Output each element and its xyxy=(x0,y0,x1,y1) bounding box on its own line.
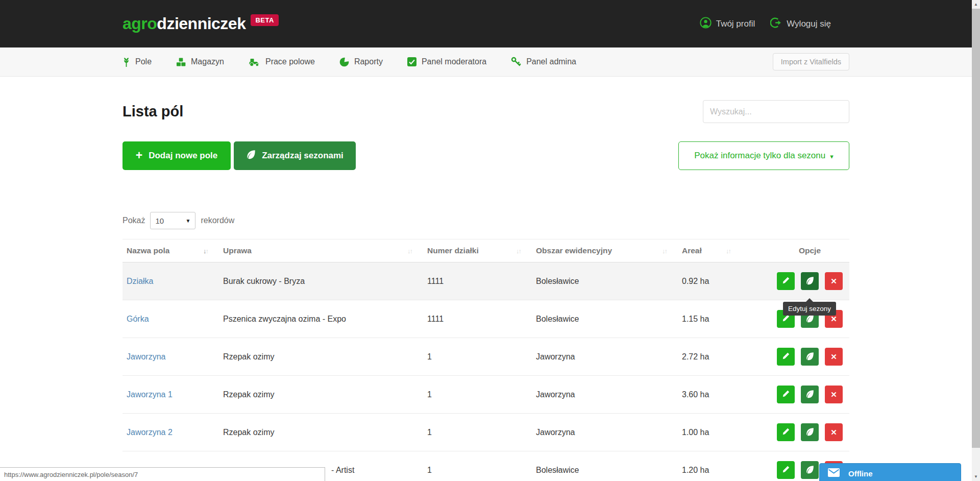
table-row: Jaworzyna Rzepak ozimy 1 Jaworzyna 2.72 … xyxy=(122,338,849,376)
field-name-link[interactable]: Górka xyxy=(127,315,149,323)
person-circle-icon xyxy=(700,17,712,31)
envelope-icon xyxy=(828,468,840,479)
browser-status-bar: https://www.agrodzienniczek.pl/pole/seas… xyxy=(0,467,325,481)
nav-item-pole[interactable]: Pole xyxy=(122,57,152,67)
table-row: Jaworzyna 2 Rzepak ozimy 1 Jaworzyna 1.0… xyxy=(122,414,849,451)
nav-item-label: Raporty xyxy=(354,57,383,66)
edit-field-button[interactable] xyxy=(777,423,795,441)
area-cell: 3.60 ha xyxy=(678,390,742,399)
nav-item-panel-moderatora[interactable]: Panel moderatora xyxy=(407,57,486,66)
key-icon xyxy=(511,57,521,67)
field-name-link[interactable]: Jaworzyna xyxy=(127,352,165,361)
column-header-label: Nazwa pola xyxy=(127,246,169,255)
top-header: agrodzienniczek BETA Twój profil Wyloguj… xyxy=(0,0,972,47)
delete-field-button[interactable]: ✕ xyxy=(825,348,843,366)
edit-seasons-button[interactable] xyxy=(801,386,819,403)
nav-item-raporty[interactable]: Raporty xyxy=(339,57,383,67)
nav-item-prace-polowe[interactable]: Prace polowe xyxy=(249,57,315,67)
delete-field-button[interactable]: ✕ xyxy=(825,272,843,290)
edit-seasons-button[interactable] xyxy=(801,423,819,441)
logo[interactable]: agrodzienniczek BETA xyxy=(122,14,279,33)
sort-icon: ↓↑ xyxy=(407,247,423,255)
logout-link[interactable]: Wyloguj się xyxy=(770,17,831,31)
pencil-icon xyxy=(782,465,790,475)
nav-item-panel-admina[interactable]: Panel admina xyxy=(511,57,576,67)
field-name-link[interactable]: Jaworzyna 1 xyxy=(127,390,173,399)
edit-field-button[interactable] xyxy=(777,272,795,290)
column-header-label: Uprawa xyxy=(223,246,252,255)
edit-field-button[interactable] xyxy=(777,461,795,479)
logo-text-white: dzienniczek xyxy=(157,14,246,33)
table-row: Działka Burak cukrowy - Bryza 1111 Boles… xyxy=(122,262,849,300)
plot-number-cell: 1 xyxy=(423,352,532,362)
column-header-label: Opcje xyxy=(799,246,821,255)
column-header-areal[interactable]: Areał ↓↑ xyxy=(678,246,742,255)
column-header-nazwa-pola[interactable]: Nazwa pola ↓↑ xyxy=(122,246,219,255)
delete-field-button[interactable]: ✕ xyxy=(825,423,843,441)
leaf-icon xyxy=(805,352,814,362)
profile-link[interactable]: Twój profil xyxy=(700,17,755,31)
records-per-page-value: 10 xyxy=(155,217,164,225)
manage-seasons-button[interactable]: Zarządzaj sezonami xyxy=(234,141,356,170)
field-name-link[interactable]: Działka xyxy=(127,277,153,285)
edit-field-button[interactable] xyxy=(777,348,795,366)
logout-icon xyxy=(770,17,782,31)
scrollbar-up-arrow[interactable]: ▲ xyxy=(972,0,980,9)
search-input[interactable] xyxy=(703,100,849,123)
field-name-link[interactable]: Jaworzyna 2 xyxy=(127,428,173,437)
close-icon: ✕ xyxy=(830,428,837,437)
district-cell: Jaworzyna xyxy=(532,390,678,399)
beta-badge: BETA xyxy=(251,14,278,26)
vertical-scrollbar: ▲ ▼ xyxy=(972,0,980,481)
area-cell: 1.20 ha xyxy=(678,466,742,475)
warehouse-boxes-icon xyxy=(176,57,186,67)
profile-link-label: Twój profil xyxy=(716,19,755,29)
scrollbar-down-arrow[interactable]: ▼ xyxy=(972,472,980,481)
pencil-icon xyxy=(782,276,790,286)
edit-seasons-button[interactable] xyxy=(801,348,819,366)
tractor-icon xyxy=(249,57,260,67)
crop-cell: Rzepak ozimy xyxy=(219,428,423,437)
main-navbar: Pole Magazyn Prace polowe Raporty xyxy=(0,47,972,77)
season-filter-dropdown[interactable]: Pokaż informacje tylko dla sezonu ▾ xyxy=(678,141,849,170)
sort-icon: ↓↑ xyxy=(516,247,532,255)
delete-field-button[interactable]: ✕ xyxy=(825,386,843,403)
area-cell: 1.00 ha xyxy=(678,428,742,437)
add-field-button[interactable]: + Dodaj nowe pole xyxy=(122,141,231,170)
nav-item-label: Prace polowe xyxy=(265,57,315,66)
crop-cell: Rzepak ozimy xyxy=(219,352,423,362)
close-icon: ✕ xyxy=(830,390,837,399)
edit-field-button[interactable] xyxy=(777,386,795,403)
add-field-button-label: Dodaj nowe pole xyxy=(149,151,217,161)
edit-seasons-button[interactable] xyxy=(801,272,819,290)
pie-chart-icon xyxy=(339,57,349,67)
district-cell: Bolesławice xyxy=(532,277,678,286)
records-suffix-label: rekordów xyxy=(201,216,234,225)
check-square-icon xyxy=(407,57,416,66)
crop-cell: Burak cukrowy - Bryza xyxy=(219,277,423,286)
column-header-label: Areał xyxy=(682,246,702,255)
column-header-numer-dzialki[interactable]: Numer działki ↓↑ xyxy=(423,246,532,255)
records-per-page-select[interactable]: 10 ▼ xyxy=(150,212,195,229)
offline-chat-tab[interactable]: Offline xyxy=(819,463,961,481)
nav-item-label: Magazyn xyxy=(191,57,224,66)
edit-seasons-tooltip: Edytuj sezony xyxy=(783,302,836,316)
column-header-label: Obszar ewidencyjny xyxy=(536,246,612,255)
nav-item-magazyn[interactable]: Magazyn xyxy=(176,57,224,67)
column-header-uprawa[interactable]: Uprawa ↓↑ xyxy=(219,246,423,255)
pencil-icon xyxy=(782,352,790,362)
district-cell: Jaworzyna xyxy=(532,428,678,437)
import-vitalfields-button[interactable]: Import z Vitalfields xyxy=(773,53,849,70)
logo-text-green: agro xyxy=(122,14,157,33)
chevron-down-icon: ▾ xyxy=(830,153,834,160)
close-icon: ✕ xyxy=(830,315,837,324)
plot-number-cell: 1111 xyxy=(423,277,532,286)
scrollbar-thumb[interactable] xyxy=(972,9,980,448)
column-header-obszar-ewidencyjny[interactable]: Obszar ewidencyjny ↓↑ xyxy=(532,246,678,255)
column-header-label: Numer działki xyxy=(427,246,479,255)
leaf-icon xyxy=(805,276,814,286)
edit-seasons-button[interactable] xyxy=(801,461,819,479)
status-url: https://www.agrodzienniczek.pl/pole/seas… xyxy=(4,471,138,478)
wheat-icon xyxy=(122,57,130,67)
sort-icon: ↓↑ xyxy=(203,247,219,255)
